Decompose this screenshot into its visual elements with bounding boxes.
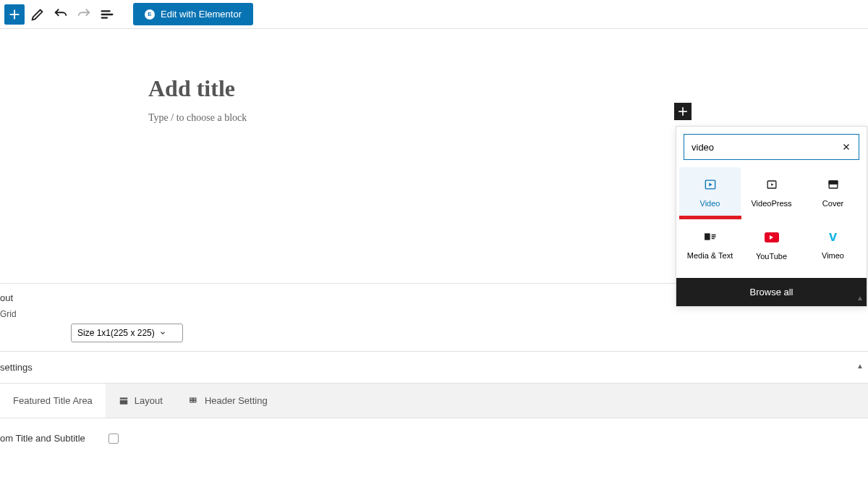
grid-size-select[interactable]: Size 1x1(225 x 225) [71,324,183,342]
block-tile-cover[interactable]: Cover [802,167,864,218]
document-overview-button[interactable] [97,4,117,25]
video-block-icon [703,177,718,192]
block-tile-vimeo[interactable]: v Vimeo [802,218,864,271]
block-tile-label: VideoPress [751,199,791,208]
grid-size-value: Size 1x1(225 x 225) [77,328,155,338]
collapse-caret-icon[interactable]: ▲ [856,362,864,370]
tab-label: Header Setting [205,395,268,406]
tab-header-setting[interactable]: Header Setting [176,384,281,418]
post-title-input[interactable]: Add title [148,75,868,102]
custom-title-checkbox[interactable] [109,434,119,444]
post-content-placeholder[interactable]: Type / to choose a block [148,112,868,124]
grid-field-label: Grid [0,309,17,319]
settings-tabs: Featured Title Area Layout Header Settin… [0,384,868,418]
elementor-icon: E [145,9,155,20]
block-tile-label: Media & Text [687,251,733,260]
header-setting-tab-icon [189,396,199,406]
collapse-caret-icon[interactable]: ▲ [856,294,864,302]
add-block-button[interactable] [4,4,25,25]
block-tile-media-text[interactable]: Media & Text [679,218,741,271]
block-search-input[interactable] [684,134,859,160]
block-search-wrap [676,127,867,167]
inline-inserter-button[interactable] [674,103,692,120]
block-inserter-popup: Video VideoPress Cover Media & Text Y [676,126,867,307]
clear-search-button[interactable] [839,140,854,154]
tab-label: Featured Title Area [13,395,93,406]
svg-marker-10 [709,183,712,187]
tab-featured-title[interactable]: Featured Title Area [0,384,106,418]
elementor-label: Edit with Elementor [161,9,242,20]
block-tile-videopress[interactable]: VideoPress [741,167,802,218]
settings-panel-header[interactable]: settings [0,362,868,373]
svg-rect-15 [705,233,710,239]
svg-rect-21 [190,397,193,399]
block-tile-label: Vimeo [822,251,844,260]
block-tile-label: Video [700,199,720,208]
layout-panel: out ▲ Grid Size 1x1(225 x 225) [0,284,868,352]
videopress-block-icon [765,177,779,192]
layout-tab-icon [119,396,129,406]
svg-rect-23 [190,400,193,402]
vimeo-block-icon: v [829,229,837,244]
undo-button[interactable] [51,4,71,25]
editor-toolbar: E Edit with Elementor [0,0,868,29]
svg-rect-14 [829,181,838,184]
tab-layout[interactable]: Layout [106,384,176,418]
block-tile-youtube[interactable]: YouTube [741,218,802,271]
block-tile-label: YouTube [756,252,787,261]
edit-with-elementor-button[interactable]: E Edit with Elementor [133,3,253,25]
block-tile-label: Cover [822,199,843,208]
custom-title-checkbox-row: om Title and Subtitle [0,418,868,458]
svg-rect-22 [193,397,196,399]
svg-marker-12 [771,183,773,185]
editor-canvas: Add title Type / to choose a block [0,29,868,124]
block-results-grid: Video VideoPress Cover Media & Text Y [676,167,867,278]
svg-rect-20 [120,400,128,404]
block-tile-video[interactable]: Video [679,167,741,218]
media-text-block-icon [703,229,718,244]
checkbox-label: om Title and Subtitle [0,433,85,444]
youtube-block-icon [765,230,779,245]
svg-rect-19 [120,397,128,399]
cover-block-icon [826,177,841,192]
layout-panel-header[interactable]: out [0,292,868,303]
settings-panel: settings ▲ [0,352,868,384]
edit-mode-button[interactable] [27,4,48,25]
redo-button [74,4,94,25]
svg-rect-24 [193,400,196,402]
tab-label: Layout [135,395,163,406]
